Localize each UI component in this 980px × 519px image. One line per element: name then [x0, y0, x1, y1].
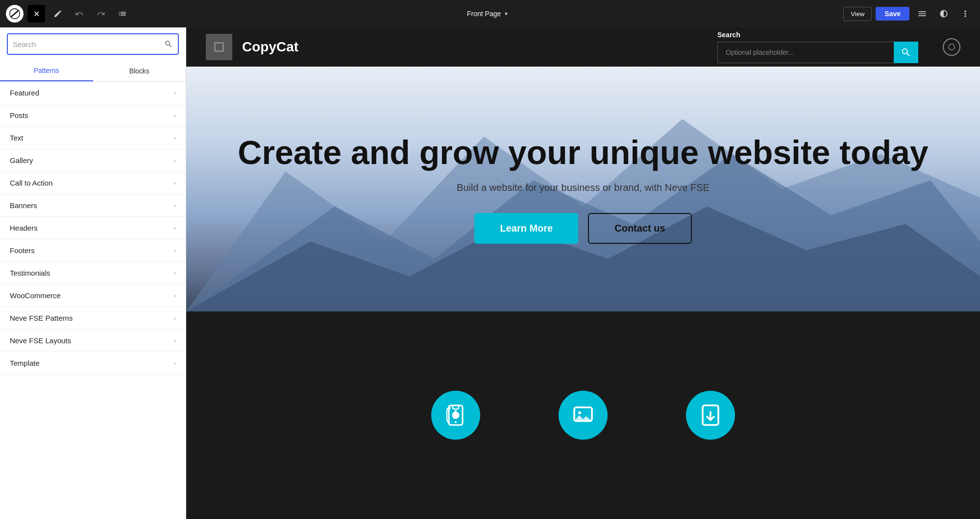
sidebar-item-label: Footers — [10, 246, 35, 255]
sidebar-item-posts[interactable]: Posts › — [0, 104, 186, 127]
redo-button[interactable] — [92, 5, 110, 23]
site-logo — [206, 34, 232, 60]
learn-more-button[interactable]: Learn More — [474, 213, 578, 244]
chevron-right-icon: › — [174, 224, 176, 232]
site-name: CopyCat — [242, 39, 298, 55]
sidebar-item-woocommerce[interactable]: WooCommerce › — [0, 284, 186, 307]
sidebar-item-label: Template — [10, 359, 40, 367]
feature-icon-1 — [431, 391, 480, 440]
sidebar-item-footers[interactable]: Footers › — [0, 239, 186, 262]
chevron-right-icon: › — [174, 157, 176, 164]
svg-point-2 — [949, 44, 955, 50]
search-submit-icon[interactable] — [164, 40, 173, 48]
topbar-center: Front Page ▾ — [135, 10, 839, 18]
chevron-right-icon: › — [174, 269, 176, 277]
edit-icon-button[interactable] — [49, 5, 67, 23]
site-search-submit-button[interactable] — [894, 42, 918, 63]
bottom-section — [186, 311, 980, 519]
content-area: CopyCat Search — [186, 27, 980, 519]
sidebar-toggle-button[interactable] — [913, 5, 931, 23]
topbar-right: View Save — [843, 5, 974, 23]
contact-us-button[interactable]: Contact us — [588, 213, 691, 244]
feature-icon-3 — [686, 391, 735, 440]
view-button[interactable]: View — [843, 7, 872, 21]
undo-button[interactable] — [71, 5, 88, 23]
sidebar: Patterns Blocks Featured › Posts › Text … — [0, 27, 186, 519]
sidebar-item-gallery[interactable]: Gallery › — [0, 149, 186, 172]
chevron-right-icon: › — [174, 89, 176, 96]
tab-patterns[interactable]: Patterns — [0, 61, 93, 81]
site-search-label: Search — [717, 31, 918, 39]
appearance-toggle-button[interactable] — [935, 5, 953, 23]
sidebar-item-label: Neve FSE Layouts — [10, 336, 71, 345]
sidebar-item-label: Featured — [10, 89, 39, 97]
hero-subtitle: Build a website for your business or bra… — [238, 182, 928, 193]
site-search-row — [717, 42, 918, 63]
sidebar-item-label: Headers — [10, 224, 38, 232]
sidebar-item-label: Text — [10, 134, 24, 142]
chevron-right-icon: › — [174, 337, 176, 344]
hero-buttons: Learn More Contact us — [238, 213, 928, 244]
list-view-button[interactable] — [114, 5, 131, 23]
sidebar-item-label: Posts — [10, 111, 28, 119]
site-search-input[interactable] — [717, 42, 894, 63]
chevron-right-icon: › — [174, 134, 176, 142]
sidebar-item-label: Gallery — [10, 156, 33, 165]
feature-icon-2 — [559, 391, 608, 440]
sidebar-item-label: Testimonials — [10, 269, 50, 277]
sidebar-item-label: Neve FSE Patterns — [10, 314, 73, 322]
svg-point-12 — [578, 411, 581, 414]
site-header: CopyCat Search — [186, 27, 980, 67]
circle-icon — [943, 38, 960, 56]
title-chevron-icon: ▾ — [505, 10, 508, 17]
sidebar-item-template[interactable]: Template › — [0, 352, 186, 375]
tab-blocks[interactable]: Blocks — [93, 61, 186, 81]
sidebar-item-label: Banners — [10, 201, 37, 210]
hero-content: Create and grow your unique website toda… — [238, 134, 928, 244]
site-search-area: Search — [717, 31, 918, 63]
chevron-right-icon: › — [174, 314, 176, 322]
hero-title: Create and grow your unique website toda… — [238, 134, 928, 171]
hero-section: Create and grow your unique website toda… — [186, 67, 980, 311]
chevron-right-icon: › — [174, 179, 176, 187]
sidebar-item-label: WooCommerce — [10, 291, 61, 300]
chevron-right-icon: › — [174, 247, 176, 254]
sidebar-item-testimonials[interactable]: Testimonials › — [0, 262, 186, 284]
chevron-right-icon: › — [174, 112, 176, 119]
search-input[interactable] — [13, 40, 160, 48]
sidebar-item-banners[interactable]: Banners › — [0, 194, 186, 217]
page-title: Front Page — [467, 10, 501, 18]
search-box — [7, 33, 179, 55]
site-header-right — [943, 38, 960, 56]
chevron-right-icon: › — [174, 292, 176, 299]
sidebar-item-neve-fse-layouts[interactable]: Neve FSE Layouts › — [0, 330, 186, 352]
sidebar-tabs: Patterns Blocks — [0, 61, 186, 82]
topbar: ✕ Front Page ▾ View Save — [0, 0, 980, 27]
sidebar-item-label: Call to Action — [10, 179, 53, 187]
chevron-right-icon: › — [174, 202, 176, 209]
save-button[interactable]: Save — [876, 7, 909, 21]
wordpress-icon[interactable] — [6, 5, 24, 23]
sidebar-list: Featured › Posts › Text › Gallery › Call… — [0, 82, 186, 519]
chevron-right-icon: › — [174, 359, 176, 367]
more-options-button[interactable] — [956, 5, 974, 23]
sidebar-item-call-to-action[interactable]: Call to Action › — [0, 172, 186, 194]
sidebar-search-area — [0, 27, 186, 61]
sidebar-item-featured[interactable]: Featured › — [0, 82, 186, 104]
main-layout: Patterns Blocks Featured › Posts › Text … — [0, 27, 980, 519]
sidebar-item-headers[interactable]: Headers › — [0, 217, 186, 239]
sidebar-item-text[interactable]: Text › — [0, 127, 186, 149]
sidebar-item-neve-fse-patterns[interactable]: Neve FSE Patterns › — [0, 307, 186, 330]
svg-marker-13 — [574, 415, 592, 421]
close-button[interactable]: ✕ — [27, 5, 45, 23]
svg-rect-1 — [216, 44, 222, 50]
